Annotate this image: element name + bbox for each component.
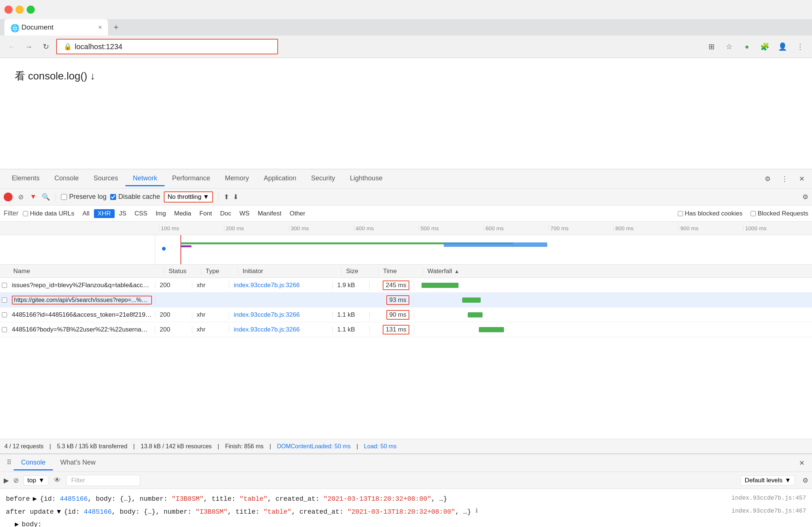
filter-doc[interactable]: Doc: [216, 209, 235, 218]
console-settings-icon[interactable]: ⚙: [802, 476, 808, 484]
separator-3: |: [218, 443, 219, 450]
devtools: Elements Console Sources Network Perform…: [0, 169, 812, 453]
filter-font[interactable]: Font: [196, 209, 216, 218]
filter-manifest[interactable]: Manifest: [254, 209, 285, 218]
back-button[interactable]: ←: [5, 40, 18, 53]
preserve-log-label[interactable]: Preserve log: [61, 193, 106, 201]
transferred-size: 5.3 kB / 135 kB transferred: [57, 443, 127, 450]
filter-img[interactable]: Img: [152, 209, 170, 218]
console-eye-icon[interactable]: 👁: [53, 476, 62, 485]
console-execute-icon[interactable]: ▶: [4, 476, 9, 484]
header-waterfall: Waterfall ▲: [423, 268, 812, 275]
download-icon[interactable]: ⬇: [233, 193, 238, 201]
filter-icon[interactable]: ▼: [29, 193, 38, 201]
maximize-button[interactable]: [27, 6, 35, 14]
tab-elements[interactable]: Elements: [4, 171, 47, 186]
tab-security[interactable]: Security: [304, 171, 342, 186]
record-button[interactable]: [4, 193, 13, 201]
profile-icon[interactable]: ●: [740, 40, 754, 53]
console-filter-input[interactable]: Filter: [66, 475, 140, 486]
row-checkbox-2[interactable]: [0, 298, 9, 303]
timeline-bars: [155, 235, 812, 264]
devtools-settings-icon[interactable]: ⚙: [762, 173, 774, 185]
tab-lighthouse[interactable]: Lighthouse: [342, 171, 390, 186]
row-checkbox-3[interactable]: [0, 312, 9, 317]
after-triangle[interactable]: ▼: [57, 506, 61, 518]
minimize-button[interactable]: [16, 6, 24, 14]
throttle-select[interactable]: No throttling ▼: [164, 191, 213, 203]
devtools-more-icon[interactable]: ⋮: [779, 173, 791, 185]
stop-recording-icon[interactable]: ⊘: [16, 193, 25, 201]
has-blocked-cookies-label[interactable]: Has blocked cookies: [678, 210, 742, 217]
address-bar[interactable]: 🔒 localhost:1234: [56, 39, 278, 54]
upload-icon[interactable]: ⬆: [224, 193, 229, 201]
tab-application[interactable]: Application: [256, 171, 304, 186]
console-dots-icon[interactable]: ⠿: [4, 455, 14, 470]
before-source[interactable]: index.93ccde7b.js:457: [731, 493, 806, 503]
close-button[interactable]: [4, 6, 13, 14]
security-icon: 🔒: [64, 42, 72, 51]
console-stop-icon[interactable]: ⊘: [13, 476, 19, 484]
search-icon[interactable]: 🔍: [41, 193, 50, 201]
header-name: Name: [9, 268, 164, 275]
table-row[interactable]: 4485166?body=%7B%22user%22:%22username%2…: [0, 322, 812, 337]
disable-cache-checkbox[interactable]: [110, 194, 116, 200]
preserve-log-checkbox[interactable]: [61, 194, 67, 200]
table-row[interactable]: 4485166?id=4485166&access_token=21e8f219…: [0, 307, 812, 322]
tab-memory[interactable]: Memory: [217, 171, 256, 186]
tab-whats-new[interactable]: What's New: [53, 456, 103, 470]
hide-data-urls-label[interactable]: Hide data URLs: [23, 210, 74, 217]
has-blocked-cookies-checkbox[interactable]: [678, 211, 683, 216]
tab-network[interactable]: Network: [125, 171, 165, 186]
before-label: before: [6, 493, 30, 505]
extensions-icon[interactable]: 🧩: [758, 40, 771, 53]
console-close-icon[interactable]: ✕: [796, 457, 808, 469]
forward-button[interactable]: →: [22, 40, 35, 53]
account-icon[interactable]: 👤: [776, 40, 789, 53]
default-levels-select[interactable]: Default levels ▼: [741, 475, 795, 486]
row-initiator-4[interactable]: index.93ccde7b.js:3266: [229, 326, 333, 333]
console-line-body: ▶ body:: [6, 519, 806, 527]
table-row[interactable]: issues?repo_id=blevy%2Flanzou&q=table&ac…: [0, 278, 812, 293]
reload-button[interactable]: ↻: [39, 40, 53, 53]
row-name-4: 4485166?body=%7B%22user%22:%22username%2…: [9, 326, 155, 333]
row-initiator-3[interactable]: index.93ccde7b.js:3266: [229, 311, 333, 319]
filter-xhr[interactable]: XHR: [94, 209, 115, 218]
load-time[interactable]: Load: 50 ms: [364, 443, 396, 450]
row-time-value-1: 245 ms: [383, 280, 409, 290]
tab-console[interactable]: Console: [47, 171, 86, 186]
table-row-highlighted[interactable]: https://gitee.com/api/v5/search/issues?r…: [0, 293, 812, 307]
network-settings-icon[interactable]: ⚙: [802, 193, 808, 201]
devtools-close-icon[interactable]: ✕: [796, 173, 808, 185]
tab-close-icon[interactable]: ×: [98, 24, 102, 31]
tab-performance[interactable]: Performance: [165, 171, 217, 186]
bookmark-icon[interactable]: ☆: [723, 40, 736, 53]
filter-other[interactable]: Other: [286, 209, 309, 218]
tab-sources[interactable]: Sources: [86, 171, 125, 186]
before-triangle[interactable]: ▶: [33, 493, 37, 505]
separator-5: |: [356, 443, 358, 450]
body-triangle[interactable]: ▶: [15, 519, 19, 527]
disable-cache-label[interactable]: Disable cache: [110, 193, 160, 201]
ruler-400ms: 400 ms: [354, 225, 419, 231]
filter-css[interactable]: CSS: [131, 209, 151, 218]
new-tab-button[interactable]: +: [108, 19, 124, 35]
traffic-lights: [4, 6, 35, 14]
filter-media[interactable]: Media: [170, 209, 195, 218]
row-checkbox-1[interactable]: [0, 283, 9, 288]
browser-tab[interactable]: 🌐 Document ×: [4, 19, 108, 35]
blocked-requests-label[interactable]: Blocked Requests: [751, 210, 808, 217]
hide-data-urls-checkbox[interactable]: [23, 211, 28, 216]
tab-console-panel[interactable]: Console: [14, 456, 53, 470]
filter-js[interactable]: JS: [115, 209, 130, 218]
menu-icon[interactable]: ⋮: [794, 40, 807, 53]
filter-all[interactable]: All: [79, 209, 93, 218]
context-select[interactable]: top ▼: [23, 475, 48, 486]
after-source[interactable]: index.93ccde7b.js:467: [731, 506, 806, 516]
blocked-requests-checkbox[interactable]: [751, 211, 756, 216]
translate-icon[interactable]: ⊞: [705, 40, 718, 53]
row-initiator-1[interactable]: index.93ccde7b.js:3266: [229, 282, 333, 289]
row-checkbox-4[interactable]: [0, 327, 9, 332]
dom-content-loaded[interactable]: DOMContentLoaded: 50 ms: [277, 443, 351, 450]
filter-ws[interactable]: WS: [236, 209, 253, 218]
